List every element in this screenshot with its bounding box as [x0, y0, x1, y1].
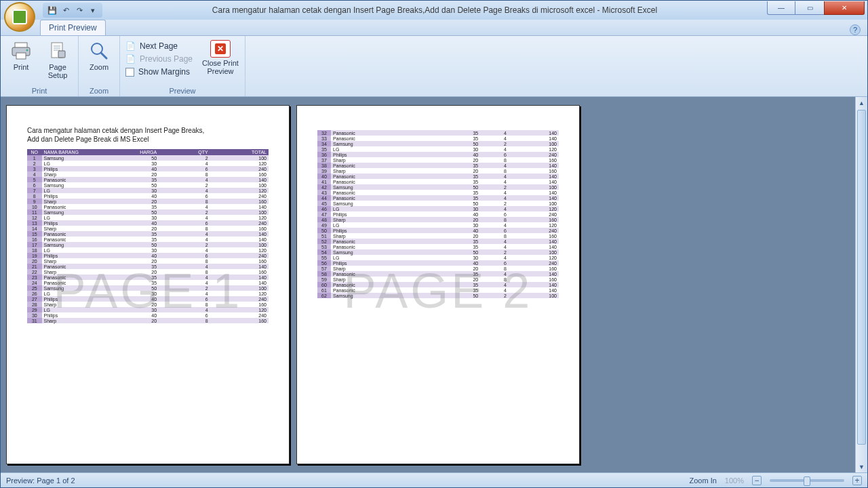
scroll-down-icon[interactable]: ▼	[856, 461, 867, 472]
doc-title-line2: Add dan Delete Page Break di MS Excel	[27, 135, 269, 144]
office-button[interactable]	[4, 2, 35, 32]
table-row: 39Sharp208160	[317, 168, 559, 174]
data-table-1: NO NAMA BARANG HARGA QTY TOTAL 1Samsung5…	[27, 149, 269, 323]
table-row: 28Sharp208160	[27, 302, 269, 307]
scroll-up-icon[interactable]: ▲	[856, 97, 867, 108]
table-row: 42Samsung502100	[317, 184, 559, 190]
table-row: 44Panasonic354140	[317, 195, 559, 201]
window-minimize-button[interactable]: —	[767, 1, 795, 15]
table-row: 49LG304120	[317, 222, 559, 228]
table-row: 57Sharp208160	[317, 266, 559, 271]
table-row: 47Philips406240	[317, 211, 559, 217]
zoom-label: Zoom	[90, 63, 108, 71]
table-row: 50Philips406240	[317, 228, 559, 233]
zoom-out-button[interactable]: −	[752, 476, 762, 485]
group-print-label: Print	[3, 85, 75, 96]
table-row: 31Sharp208160	[27, 318, 269, 323]
qat-undo-icon[interactable]: ↶	[60, 5, 71, 16]
table-row: 6Samsung502100	[27, 182, 269, 188]
page-setup-icon	[47, 40, 68, 62]
table-row: 23Panasonic354140	[27, 274, 269, 280]
table-row: 9Sharp208160	[27, 199, 269, 204]
window-close-button[interactable]: ✕	[824, 1, 865, 15]
table-row: 58Panasonic354140	[317, 271, 559, 277]
table-row: 21Panasonic354140	[27, 264, 269, 269]
table-row: 45Samsung502100	[317, 201, 559, 206]
page-prev-icon: 📄	[125, 54, 136, 64]
close-print-preview-button[interactable]: ✕ Close Print Preview	[199, 37, 242, 75]
table-row: 16Panasonic354140	[27, 237, 269, 242]
preview-page-2: 32Panasonic35414033Panasonic35414034Sams…	[296, 105, 580, 464]
vertical-scrollbar[interactable]: ▲ ▼	[855, 97, 867, 472]
preview-canvas[interactable]: Cara mengatur halaman cetak dengan Inser…	[1, 97, 855, 472]
next-page-button[interactable]: 📄 Next Page	[123, 40, 197, 52]
table-row: 56Philips406240	[317, 260, 559, 266]
magnifier-icon	[88, 40, 110, 62]
table-row: 24Panasonic354140	[27, 280, 269, 285]
th-total: TOTAL	[210, 149, 269, 155]
preview-page-1: Cara mengatur halaman cetak dengan Inser…	[6, 105, 290, 464]
doc-title-line1: Cara mengatur halaman cetak dengan Inser…	[27, 126, 269, 135]
table-row: 19Philips406240	[27, 253, 269, 258]
ribbon: Print Page Setup Print Zoom	[1, 36, 867, 97]
table-row: 38Panasonic354140	[317, 163, 559, 168]
table-row: 17Samsung502100	[27, 242, 269, 247]
table-row: 3Philips406240	[27, 166, 269, 171]
th-qty: QTY	[159, 149, 210, 155]
table-row: 51Sharp208160	[317, 233, 559, 239]
workspace: Cara mengatur halaman cetak dengan Inser…	[1, 97, 867, 472]
table-row: 26LG304120	[27, 291, 269, 296]
page-setup-label: Page Setup	[48, 63, 68, 79]
table-row: 46LG304120	[317, 206, 559, 211]
printer-icon	[10, 40, 32, 62]
table-row: 59Sharp208160	[317, 277, 559, 282]
zoom-button[interactable]: Zoom	[81, 37, 117, 71]
th-no: NO	[27, 149, 42, 155]
table-row: 62Samsung502100	[317, 293, 559, 298]
page-next-icon: 📄	[125, 41, 136, 51]
table-row: 8Philips406240	[27, 193, 269, 199]
scroll-thumb[interactable]	[857, 110, 866, 445]
zoom-percent: 100%	[725, 476, 744, 485]
group-zoom-label: Zoom	[81, 85, 117, 96]
title-bar: 💾 ↶ ↷ ▾ Cara mengatur halaman cetak deng…	[1, 1, 867, 20]
data-table-2: 32Panasonic35414033Panasonic35414034Sams…	[317, 130, 559, 298]
page-setup-button[interactable]: Page Setup	[40, 37, 75, 79]
print-button[interactable]: Print	[3, 37, 39, 71]
table-row: 2LG304120	[27, 161, 269, 166]
next-page-label: Next Page	[140, 41, 178, 51]
table-row: 54Samsung502100	[317, 249, 559, 255]
table-row: 34Samsung502100	[317, 141, 559, 146]
table-row: 36Philips406240	[317, 152, 559, 157]
help-button[interactable]: ?	[850, 24, 861, 35]
qat-redo-icon[interactable]: ↷	[74, 5, 85, 16]
status-text: Preview: Page 1 of 2	[6, 476, 75, 485]
table-row: 52Panasonic354140	[317, 239, 559, 244]
table-row: 55LG304120	[317, 255, 559, 260]
table-row: 48Sharp208160	[317, 217, 559, 222]
tab-print-preview[interactable]: Print Preview	[40, 20, 106, 35]
checkbox-icon	[125, 68, 134, 77]
svg-line-10	[101, 53, 106, 58]
show-margins-checkbox[interactable]: Show Margins	[123, 66, 197, 78]
previous-page-button: 📄 Previous Page	[123, 53, 197, 65]
window-maximize-button[interactable]: ▭	[795, 1, 824, 15]
table-row: 35LG304120	[317, 146, 559, 152]
table-row: 13Philips406240	[27, 220, 269, 226]
table-row: 4Sharp208160	[27, 171, 269, 177]
table-row: 18LG304120	[27, 247, 269, 253]
svg-rect-2	[16, 53, 26, 59]
zoom-slider[interactable]	[770, 479, 844, 482]
table-row: 32Panasonic354140	[317, 130, 559, 136]
svg-rect-8	[58, 51, 65, 58]
quick-access-toolbar: 💾 ↶ ↷ ▾	[43, 3, 102, 18]
table-row: 1Samsung502100	[27, 155, 269, 161]
zoom-in-button[interactable]: +	[852, 476, 862, 485]
qat-save-icon[interactable]: 💾	[47, 5, 58, 16]
th-harga: HARGA	[108, 149, 159, 155]
table-row: 20Sharp208160	[27, 258, 269, 264]
group-preview-label: Preview	[123, 85, 242, 96]
qat-customize-icon[interactable]: ▾	[87, 5, 98, 16]
ribbon-tabs: Print Preview ?	[1, 20, 867, 36]
table-row: 60Panasonic354140	[317, 282, 559, 287]
